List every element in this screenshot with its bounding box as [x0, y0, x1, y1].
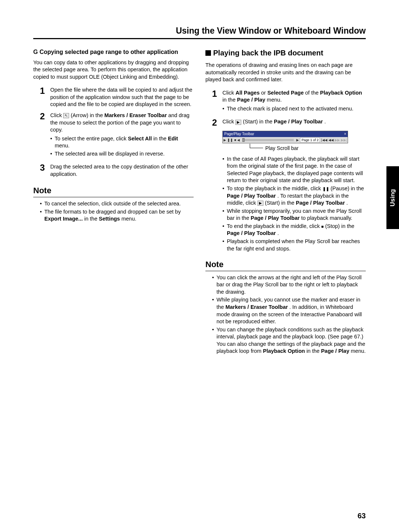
page-number: 63 [358, 512, 366, 520]
page-indicator: Page 1 of 2 [300, 137, 320, 143]
page-play-toolbar: Page/Play Toolbar × ▶ ❚❚ ■ ◀ ▶ Page 1 of… [222, 131, 348, 143]
toolbar-controls: ▶ ❚❚ ■ ◀ ▶ Page 1 of 2 |◀◀ ◀◀ ▶▶ ▶▶| [223, 137, 348, 143]
callout-label: Play Scroll bar [265, 145, 299, 152]
prev-page-icon: ◀◀ [328, 138, 334, 142]
right-column: Playing back the IPB document The operat… [205, 48, 366, 358]
step-text: Drag the selected area to the copy desti… [50, 163, 194, 178]
list-item: You can click the arrows at the right an… [212, 274, 366, 296]
stop-icon: ■ [321, 224, 324, 229]
stop-icon: ■ [234, 138, 236, 142]
page-play-toolbar-figure: Page/Play Toolbar × ▶ ❚❚ ■ ◀ ▶ Page 1 of… [222, 131, 348, 143]
close-icon: × [344, 132, 346, 137]
step-number: 3 [40, 163, 50, 172]
step-1: 1 Open the file where the data will be c… [40, 86, 194, 109]
slider-thumb [242, 138, 245, 142]
play-start-icon: ▶ [235, 120, 241, 125]
section-heading: Playing back the IPB document [205, 48, 366, 58]
subsection-heading: G Copying selected page range to other a… [33, 48, 194, 56]
step-number: 1 [40, 86, 50, 95]
sub-bullet-list: To select the entire page, click Select … [50, 135, 194, 158]
step-number: 2 [40, 111, 50, 121]
list-item: To cancel the selection, click outside o… [40, 200, 194, 208]
list-item: The check mark is placed next to the act… [222, 105, 366, 113]
step-text: Click ▶ (Start) in the Page / Play Toolb… [222, 118, 366, 126]
list-item: To end the playback in the middle, click… [222, 223, 366, 237]
list-item: While stopping temporarily, you can move… [222, 208, 366, 222]
scroll-right-icon: ▶ [296, 138, 299, 142]
next-page-icon: ▶▶ [335, 138, 340, 142]
toolbar-titlebar: Page/Play Toolbar × [223, 131, 348, 137]
step-2: 2 Click ▶ (Start) in the Page / Play Too… [212, 117, 366, 127]
sub-bullet-list: The check mark is placed next to the act… [222, 105, 366, 113]
arrow-icon: ↖ [63, 113, 69, 118]
first-page-icon: |◀◀ [321, 138, 327, 142]
list-item: The selected area will be displayed in r… [50, 150, 194, 158]
play-icon: ▶ [224, 138, 226, 142]
list-item: You can change the playback conditions s… [212, 326, 366, 355]
step-text: Open the file where the data will be cop… [50, 86, 194, 108]
callout-line [250, 144, 263, 148]
intro-paragraph: You can copy data to other applications … [33, 59, 194, 81]
callout: Play Scroll bar [250, 145, 366, 152]
list-item: Playback is completed when the Play Scro… [222, 238, 366, 252]
document-page: Using the View Window or Whiteboard Wind… [0, 0, 399, 532]
pause-icon: ❚❚ [227, 138, 233, 142]
left-column: G Copying selected page range to other a… [33, 48, 194, 358]
list-item: In the case of All Pages playback, the p… [222, 156, 366, 184]
last-page-icon: ▶▶| [341, 138, 347, 142]
step-bullet-list: In the case of All Pages playback, the p… [222, 156, 366, 252]
step-3: 3 Drag the selected area to the copy des… [40, 163, 194, 178]
play-start-icon: ▶ [258, 201, 263, 206]
page-title: Using the View Window or Whiteboard Wind… [33, 26, 366, 39]
step-2: 2 Click ↖ (Arrow) in the Markers / Erase… [40, 111, 194, 160]
scroll-left-icon: ◀ [237, 138, 240, 142]
side-tab-using: Using [386, 166, 399, 229]
two-column-layout: G Copying selected page range to other a… [33, 48, 366, 358]
note-list: You can click the arrows at the right an… [212, 274, 366, 355]
list-item: To select the entire page, click Select … [50, 135, 194, 150]
step-number: 2 [212, 117, 222, 127]
intro-paragraph: The operations of drawing and erasing li… [205, 62, 366, 83]
note-heading: Note [33, 185, 194, 197]
step-1: 1 Click All Pages or Selected Page of th… [212, 89, 366, 116]
step-number: 1 [212, 89, 222, 98]
step-text: Click ↖ (Arrow) in the Markers / Eraser … [50, 112, 194, 134]
list-item: To stop the playback in the middle, clic… [222, 185, 366, 207]
step-text: Click All Pages or Selected Page of the … [222, 89, 366, 104]
note-list: To cancel the selection, click outside o… [40, 200, 194, 223]
pause-icon: ❚❚ [323, 186, 329, 192]
note-heading: Note [205, 259, 366, 271]
list-item: While playing back, you cannot use the m… [212, 296, 366, 325]
list-item: The file formats to be dragged and dropp… [40, 208, 194, 223]
play-scroll-bar [242, 139, 294, 141]
